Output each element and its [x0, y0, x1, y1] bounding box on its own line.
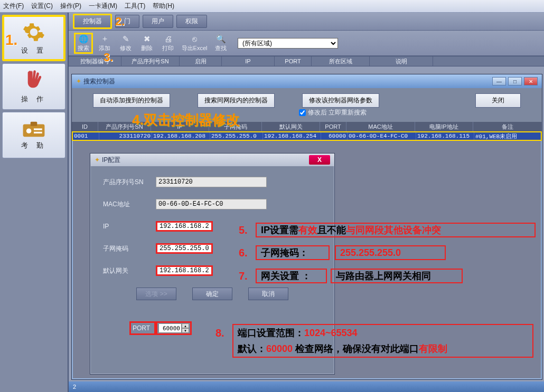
magnifier-icon: 🔍 — [216, 34, 226, 44]
net-search-icon: 🌐 — [79, 34, 88, 44]
input-sn[interactable] — [156, 177, 267, 187]
label-sn: 产品序列号SN — [103, 178, 156, 187]
research-checkbox[interactable]: 修改后 立即重新搜索 — [299, 108, 367, 117]
col-ip[interactable]: IP — [222, 56, 275, 66]
auto-add-button[interactable]: 自动添加搜到的控制器 — [93, 93, 170, 108]
input-mac[interactable] — [156, 199, 267, 209]
menu-help[interactable]: 帮助(H) — [153, 2, 174, 11]
search-dialog-toolbar: 自动添加搜到的控制器 搜索同网段内的控制器 修改该控制器网络参数 关闭 修改后 … — [72, 88, 542, 122]
tool-search[interactable]: 🌐搜索 — [74, 33, 93, 54]
x-icon: ✖ — [142, 34, 152, 44]
close-search-button[interactable]: 关闭 — [475, 93, 521, 108]
plus-icon: ＋ — [100, 34, 109, 44]
cell-mask: 255.255.255.0 — [210, 132, 263, 140]
menu-settings[interactable]: 设置(C) — [31, 2, 53, 11]
ok-button[interactable]: 确定 — [192, 288, 232, 300]
menubar: 文件(F) 设置(C) 操作(P) 一卡通(M) 工具(T) 帮助(H) — [0, 0, 544, 13]
modify-network-button[interactable]: 修改该控制器网络参数 — [302, 93, 379, 108]
options-button[interactable]: 选项 >> — [136, 288, 176, 300]
col-ctrl-no[interactable]: 控制器编号 — [69, 56, 121, 66]
sidebar-item-label: 设 置 — [21, 46, 46, 55]
sidebar-item-settings[interactable]: 设 置 — [2, 15, 65, 61]
hdr-id[interactable]: ID — [72, 122, 98, 131]
port-spinner: ▲ ▼ — [182, 323, 189, 333]
maximize-button[interactable]: □ — [508, 77, 522, 85]
status-bar: 2 — [69, 381, 544, 392]
gear-icon — [22, 21, 45, 44]
cell-pcip: 192.168.168.115 — [416, 132, 474, 140]
menu-tools[interactable]: 工具(T) — [125, 2, 145, 11]
tool-find[interactable]: 🔍查找 — [211, 34, 230, 52]
tab-permission[interactable]: 权限 — [176, 15, 207, 28]
svg-point-2 — [26, 128, 31, 133]
hdr-ip[interactable]: IP — [151, 122, 209, 131]
close-button[interactable]: ✕ — [524, 77, 538, 85]
search-subnet-button[interactable]: 搜索同网段内的控制器 — [198, 93, 275, 108]
input-gateway[interactable] — [156, 265, 213, 276]
cell-sn: 233110720 — [99, 132, 152, 140]
export-icon: ⎋ — [190, 34, 199, 44]
tool-export[interactable]: ⎋导出Excel — [180, 34, 209, 52]
pencil-icon: ✎ — [121, 34, 130, 44]
port-input-wrap: ▲ ▼ — [156, 321, 192, 335]
cell-port: 60000 — [321, 132, 348, 140]
search-dialog-title: 搜索控制器 — [83, 77, 115, 86]
col-port[interactable]: PORT — [275, 56, 312, 66]
col-enable[interactable]: 启用 — [180, 56, 222, 66]
label-port: PORT — [129, 321, 156, 335]
col-sn[interactable]: 产品序列号SN — [121, 56, 180, 66]
tab-door[interactable]: 门 — [115, 15, 139, 28]
input-ip[interactable] — [156, 221, 213, 232]
menu-file[interactable]: 文件(F) — [3, 2, 24, 11]
ip-dialog-titlebar[interactable]: ✦ IP配置 X — [90, 154, 334, 166]
tool-delete[interactable]: ✖删除 — [137, 34, 156, 52]
search-dialog-titlebar[interactable]: ✦ 搜索控制器 — □ ✕ — [72, 74, 542, 88]
input-mask[interactable] — [156, 243, 213, 254]
star-icon: ✦ — [95, 156, 100, 164]
column-header: 控制器编号 产品序列号SN 启用 IP PORT 所在区域 说明 — [69, 56, 544, 66]
label-mask: 子网掩码 — [103, 244, 156, 253]
status-text: 2 — [73, 384, 76, 390]
svg-rect-0 — [23, 125, 45, 137]
ip-dialog-body: 产品序列号SN MAC地址 IP 子网掩码 默认网关 选项 >> 确定 取消 P… — [90, 166, 334, 346]
tab-user[interactable]: 用户 — [143, 15, 173, 28]
region-select[interactable]: (所有区域) — [238, 38, 338, 49]
search-grid-header: ID 产品序列号SN IP 子网掩码 默认网关 PORT MAC地址 电脑IP地… — [72, 122, 542, 131]
ip-close-button[interactable]: X — [309, 155, 330, 165]
hdr-mask[interactable]: 子网掩码 — [209, 122, 262, 131]
sidebar-item-label: 操 作 — [21, 94, 46, 104]
spin-down-button[interactable]: ▼ — [182, 328, 189, 333]
minimize-button[interactable]: — — [492, 77, 506, 85]
cancel-button[interactable]: 取消 — [248, 288, 288, 300]
label-ip: IP — [103, 223, 156, 230]
printer-icon: 🖨 — [163, 34, 173, 44]
hdr-sn[interactable]: 产品序列号SN — [98, 122, 151, 131]
tab-controller[interactable]: 控制器 — [73, 14, 112, 29]
tab-bar: 控制器 门 用户 权限 — [69, 13, 544, 31]
menu-operate[interactable]: 操作(P) — [60, 2, 81, 11]
ip-dialog-title: IP配置 — [102, 156, 120, 165]
research-checkbox-input[interactable] — [299, 109, 306, 116]
svg-rect-4 — [34, 132, 42, 133]
input-port[interactable] — [158, 323, 182, 333]
tool-print[interactable]: 🖨打印 — [158, 34, 177, 52]
ip-config-dialog: ✦ IP配置 X 产品序列号SN MAC地址 IP 子网掩码 默认网关 选项 >… — [90, 153, 335, 375]
col-area[interactable]: 所在区域 — [312, 56, 370, 66]
col-desc[interactable]: 说明 — [370, 56, 433, 66]
hdr-pcip[interactable]: 电脑IP地址 — [415, 122, 473, 131]
hdr-note[interactable]: 备注 — [473, 122, 542, 131]
hand-icon — [23, 69, 44, 92]
hdr-port[interactable]: PORT — [320, 122, 346, 131]
star-icon: ✦ — [76, 78, 81, 85]
search-grid-row[interactable]: 0001 233110720 192.168.168.208 255.255.2… — [72, 131, 542, 141]
hdr-mac[interactable]: MAC地址 — [346, 122, 415, 131]
svg-rect-1 — [31, 122, 37, 126]
hdr-gw[interactable]: 默认网关 — [262, 122, 320, 131]
sidebar-item-attendance[interactable]: 考 勤 — [2, 112, 65, 158]
tool-modify[interactable]: ✎修改 — [116, 34, 135, 52]
sidebar-item-operate[interactable]: 操 作 — [2, 63, 65, 110]
spin-up-button[interactable]: ▲ — [182, 323, 189, 328]
menu-card[interactable]: 一卡通(M) — [89, 2, 117, 11]
tool-add[interactable]: ＋添加 — [95, 34, 114, 52]
sidebar-item-label: 考 勤 — [21, 141, 46, 150]
